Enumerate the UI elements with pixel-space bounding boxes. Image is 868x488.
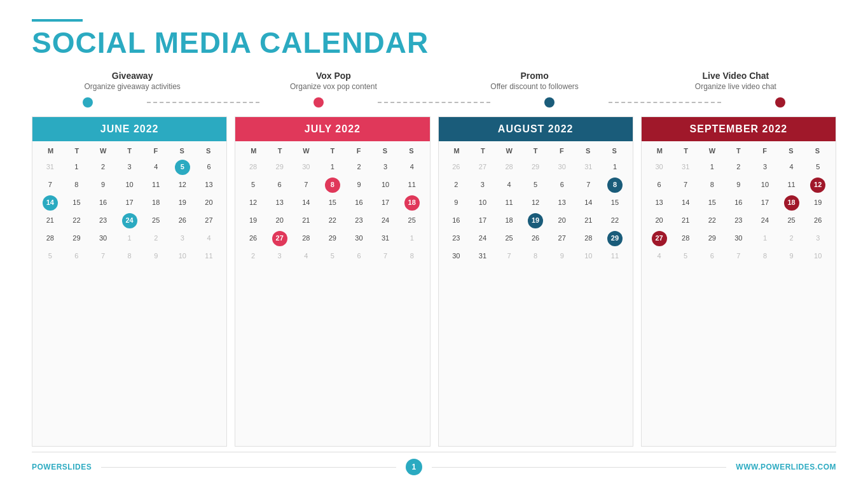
day-cell-wrapper: 9 [347, 177, 372, 193]
day-cell-wrapper: 13 [267, 195, 293, 211]
day-cell: 6 [559, 178, 565, 192]
day-cell: 6 [709, 249, 715, 263]
day-cell-wrapper: 2 [779, 230, 804, 247]
day-cell: 7 [585, 178, 591, 192]
day-cell-wrapper: 10 [805, 248, 830, 265]
day-cell-wrapper: 5 [523, 177, 548, 193]
category-row: Giveaway Organize giveaway activities Vo… [32, 71, 836, 91]
day-cell-wrapper: 18 [143, 195, 169, 211]
day-cell-wrapper: 16 [444, 213, 469, 229]
day-header-cell: S [195, 145, 221, 157]
day-cell: 29 [71, 231, 81, 245]
day-cell: 9 [453, 195, 459, 209]
day-cell-wrapper: 3 [752, 159, 778, 176]
day-cell-wrapper: 19 [523, 213, 548, 229]
day-cell: 23 [451, 231, 461, 245]
day-cell-wrapper: 29 [267, 159, 293, 176]
timeline-dot-promo [544, 97, 555, 108]
day-cell: 3 [479, 178, 486, 192]
day-cell-wrapper: 24 [373, 213, 398, 229]
day-cell-wrapper: 7 [293, 177, 319, 193]
day-cell: 13 [203, 178, 214, 192]
day-cell: 7 [382, 249, 389, 263]
day-header-cell: M [444, 145, 470, 157]
calendars-row: JUNE 2022MTWTFSS311234567891011121314151… [32, 116, 836, 447]
day-cell: 10 [478, 195, 488, 209]
day-cell: 16 [354, 195, 364, 209]
day-cell-wrapper: 30 [726, 230, 752, 247]
day-header-cell: W [293, 145, 319, 157]
day-cell: 10 [813, 249, 823, 263]
day-cell-wrapper: 1 [602, 159, 628, 176]
day-cell: 11 [151, 178, 161, 192]
category-desc-voxpop: Organize vox pop content [233, 82, 434, 91]
day-cell-wrapper: 10 [170, 248, 195, 265]
day-cell-wrapper: 10 [470, 195, 495, 211]
day-cell-wrapper: 7 [90, 248, 116, 265]
day-cell: 10 [380, 178, 390, 192]
day-cell: 10 [760, 178, 770, 192]
day-header-cell: T [522, 145, 548, 157]
day-cell-wrapper: 15 [699, 195, 725, 211]
day-cell: 10 [583, 249, 593, 263]
day-cell: 24 [380, 213, 390, 227]
calendar-header-1: JULY 2022 [235, 117, 429, 141]
day-cell: 28 [583, 231, 593, 245]
day-cell-wrapper: 19 [240, 213, 266, 229]
day-header-cell: F [346, 145, 372, 157]
day-cell: 5 [682, 249, 689, 263]
day-header-cell: F [549, 145, 575, 157]
day-cell-wrapper: 26 [240, 230, 266, 247]
day-cell: 30 [301, 160, 311, 174]
day-cell: 7 [735, 249, 741, 263]
day-cell-wrapper: 8 [699, 177, 725, 193]
day-cell: 31 [380, 231, 390, 245]
day-cell-wrapper: 15 [602, 195, 628, 211]
calendar-2: AUGUST 2022MTWTFSS2627282930311234567891… [438, 116, 633, 447]
day-cell-wrapper: 17 [470, 213, 495, 229]
day-cell-wrapper: 29 [699, 230, 725, 247]
day-cell-wrapper: 18 [399, 195, 425, 211]
timeline-dot-giveaway [83, 97, 93, 108]
day-cell-wrapper: 1 [752, 230, 778, 247]
day-cell-wrapper: 1 [117, 230, 142, 247]
day-cell: 14 [301, 195, 311, 209]
day-cell-wrapper: 2 [444, 177, 469, 193]
day-cell: 2 [735, 160, 741, 174]
day-cell-wrapper: 31 [673, 159, 698, 176]
day-cell: 2 [355, 160, 362, 174]
day-cell-wrapper: 31 [373, 230, 398, 247]
day-cell: 5 [175, 160, 190, 175]
day-cell-wrapper: 10 [752, 177, 778, 193]
day-cell-wrapper: 10 [576, 248, 602, 265]
day-cell-wrapper: 11 [196, 248, 222, 265]
timeline-line-2 [378, 102, 490, 103]
day-cell: 13 [557, 195, 567, 209]
day-cell: 21 [680, 213, 691, 227]
day-cell: 6 [73, 249, 79, 263]
day-cell-wrapper: 8 [320, 177, 345, 193]
day-cell-wrapper: 4 [293, 248, 319, 265]
day-cell: 31 [45, 160, 55, 174]
day-cell-wrapper: 7 [576, 177, 602, 193]
day-cell: 9 [355, 178, 362, 192]
footer-page-number: 1 [406, 459, 422, 475]
day-cell-wrapper: 14 [576, 195, 602, 211]
day-cell-wrapper: 6 [267, 177, 293, 193]
footer: POWERSLIDES 1 WWW.POWERLIDES.COM [32, 452, 836, 475]
day-cell-wrapper: 30 [293, 159, 319, 176]
day-cell-wrapper: 5 [673, 248, 698, 265]
day-cell-wrapper: 22 [699, 213, 725, 229]
timeline-row [32, 97, 836, 108]
day-cell: 24 [478, 231, 488, 245]
category-desc-promo: Offer discount to followers [434, 82, 635, 91]
day-cell: 26 [813, 213, 823, 227]
day-header-cell: T [64, 145, 90, 157]
day-cell-wrapper: 30 [549, 159, 575, 176]
day-header-cell: F [142, 145, 169, 157]
day-cell-wrapper: 23 [726, 213, 752, 229]
day-cell: 28 [45, 231, 55, 245]
day-cell-wrapper: 8 [399, 248, 425, 265]
day-cell-wrapper: 5 [320, 248, 345, 265]
calendar-header-0: JUNE 2022 [32, 117, 226, 141]
